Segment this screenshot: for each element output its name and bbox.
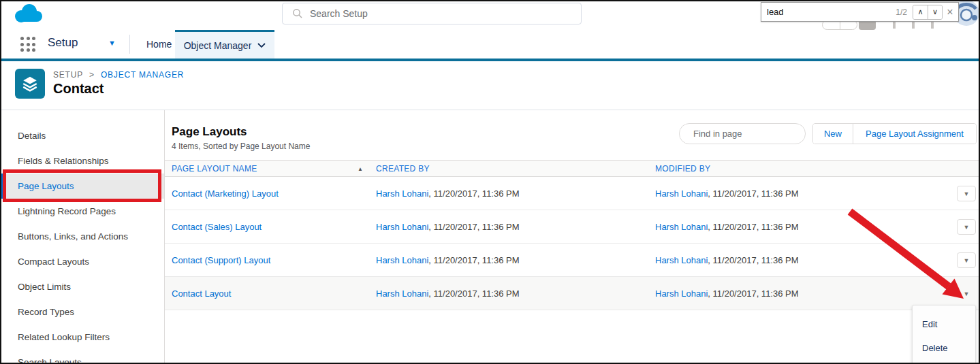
breadcrumb-separator: > — [89, 70, 95, 80]
tab-object-manager[interactable]: Object Manager — [175, 30, 274, 59]
page-layout-assignment-button[interactable]: Page Layout Assignment — [853, 124, 976, 144]
sidebar-item-buttons-links-actions[interactable]: Buttons, Links, and Actions — [1, 224, 164, 249]
created-date: , 11/20/2017, 11:36 PM — [428, 222, 519, 232]
layout-name-link[interactable]: Contact (Support) Layout — [172, 244, 270, 277]
row-actions-dropdown-button[interactable]: ▼ — [957, 186, 976, 201]
table-row: Contact (Support) Layout Harsh Lohani, 1… — [165, 244, 980, 277]
panel-action-buttons: New Page Layout Assignment — [812, 123, 977, 144]
sidebar-item-fields-relationships[interactable]: Fields & Relationships — [1, 148, 164, 173]
object-layers-icon — [15, 69, 45, 99]
modified-by-link[interactable]: Harsh Lohani — [655, 222, 708, 232]
setup-nav-bar: Setup ▼ Home Object Manager — [1, 30, 979, 61]
global-header: 1/2 ∧ ∨ × — [1, 1, 979, 30]
panel-subtitle: 4 Items, Sorted by Page Layout Name — [172, 142, 310, 151]
table-header-row: PAGE LAYOUT NAME ▲ CREATED BY MODIFIED B… — [165, 160, 980, 177]
table-row: Contact (Sales) Layout Harsh Lohani, 11/… — [165, 210, 980, 244]
page-header-band: SETUP > OBJECT MANAGER Contact — [1, 61, 979, 110]
panel-title: Page Layouts — [172, 125, 247, 139]
app-launcher-icon[interactable] — [20, 37, 36, 52]
column-header-modified-by[interactable]: MODIFIED BY — [655, 161, 710, 178]
setup-search-box[interactable] — [282, 3, 582, 24]
row-actions-dropdown-button-open[interactable]: ▼ — [957, 286, 976, 301]
sidebar-item-related-lookup-filters[interactable]: Related Lookup Filters — [1, 325, 164, 350]
search-icon — [292, 8, 303, 19]
modified-date: , 11/20/2017, 11:36 PM — [708, 188, 798, 199]
layout-name-link[interactable]: Contact (Marketing) Layout — [172, 177, 279, 210]
breadcrumb-object-manager-link[interactable]: OBJECT MANAGER — [101, 70, 184, 80]
created-by-link[interactable]: Harsh Lohani — [376, 255, 428, 265]
created-date: , 11/20/2017, 11:36 PM — [428, 288, 519, 299]
find-bar-input[interactable] — [767, 7, 883, 17]
find-in-page-box[interactable] — [679, 123, 806, 144]
created-date: , 11/20/2017, 11:36 PM — [428, 188, 519, 199]
menu-item-edit[interactable]: Edit — [913, 312, 975, 336]
created-by-link[interactable]: Harsh Lohani — [376, 288, 428, 299]
find-previous-button[interactable]: ∧ — [913, 5, 928, 19]
menu-item-delete[interactable]: Delete — [913, 336, 975, 360]
sidebar-item-record-types[interactable]: Record Types — [1, 299, 164, 325]
sidebar-item-object-limits[interactable]: Object Limits — [1, 274, 164, 299]
tab-object-manager-label: Object Manager — [184, 40, 252, 51]
row-actions-dropdown-button[interactable]: ▼ — [957, 219, 976, 235]
modified-by-link[interactable]: Harsh Lohani — [655, 188, 708, 199]
column-header-created-by[interactable]: CREATED BY — [376, 161, 430, 178]
created-date: , 11/20/2017, 11:36 PM — [428, 255, 519, 265]
breadcrumb-setup-link[interactable]: SETUP — [53, 70, 83, 80]
sidebar-item-details[interactable]: Details — [1, 123, 164, 148]
new-button[interactable]: New — [813, 124, 853, 144]
find-in-page-input[interactable] — [693, 129, 813, 139]
browser-find-bar: 1/2 ∧ ∨ × — [761, 2, 959, 22]
setup-search-input[interactable] — [310, 8, 581, 19]
breadcrumb: SETUP > OBJECT MANAGER — [53, 70, 184, 80]
modified-date: , 11/20/2017, 11:36 PM — [708, 255, 798, 265]
find-match-counter: 1/2 — [883, 7, 907, 17]
obscured-header-icon — [931, 21, 934, 29]
page-title: Contact — [53, 81, 104, 97]
row-actions-dropdown-button[interactable]: ▼ — [957, 252, 976, 268]
column-header-page-layout-name[interactable]: PAGE LAYOUT NAME — [172, 161, 257, 178]
page-layouts-table: PAGE LAYOUT NAME ▲ CREATED BY MODIFIED B… — [165, 160, 980, 310]
layout-name-link[interactable]: Contact (Sales) Layout — [172, 210, 262, 244]
row-actions-menu: Edit Delete — [912, 305, 976, 364]
modified-by-link[interactable]: Harsh Lohani — [655, 288, 708, 299]
sidebar-item-search-layouts[interactable]: Search Layouts — [1, 350, 164, 364]
salesforce-logo-icon — [12, 3, 45, 29]
page-layouts-panel: Page Layouts 4 Items, Sorted by Page Lay… — [165, 110, 980, 364]
sidebar-item-lightning-record-pages[interactable]: Lightning Record Pages — [1, 199, 164, 224]
app-window: 1/2 ∧ ∨ × Setup ▼ Home Object Manager — [0, 0, 980, 364]
modified-date: , 11/20/2017, 11:36 PM — [708, 288, 798, 299]
nav-divider — [129, 35, 130, 54]
table-row: Contact (Marketing) Layout Harsh Lohani,… — [165, 177, 980, 210]
obscured-header-icon — [893, 21, 896, 29]
created-by-link[interactable]: Harsh Lohani — [376, 188, 428, 199]
app-menu-caret-icon[interactable]: ▼ — [108, 39, 116, 47]
modified-by-link[interactable]: Harsh Lohani — [655, 255, 708, 265]
app-name-label[interactable]: Setup — [48, 36, 78, 50]
layout-name-link[interactable]: Contact Layout — [172, 277, 231, 310]
sort-ascending-icon: ▲ — [358, 161, 363, 178]
table-row: Contact Layout Harsh Lohani, 11/20/2017,… — [165, 277, 980, 310]
find-next-button[interactable]: ∨ — [928, 5, 942, 19]
sidebar-item-compact-layouts[interactable]: Compact Layouts — [1, 249, 164, 274]
object-manager-sidebar: Details Fields & Relationships Page Layo… — [1, 110, 165, 364]
find-close-icon[interactable]: × — [943, 6, 958, 18]
obscured-header-icon — [912, 21, 915, 29]
sidebar-item-page-layouts[interactable]: Page Layouts — [1, 173, 164, 199]
modified-date: , 11/20/2017, 11:36 PM — [708, 222, 798, 232]
created-by-link[interactable]: Harsh Lohani — [376, 222, 428, 232]
chevron-down-icon — [257, 43, 266, 48]
